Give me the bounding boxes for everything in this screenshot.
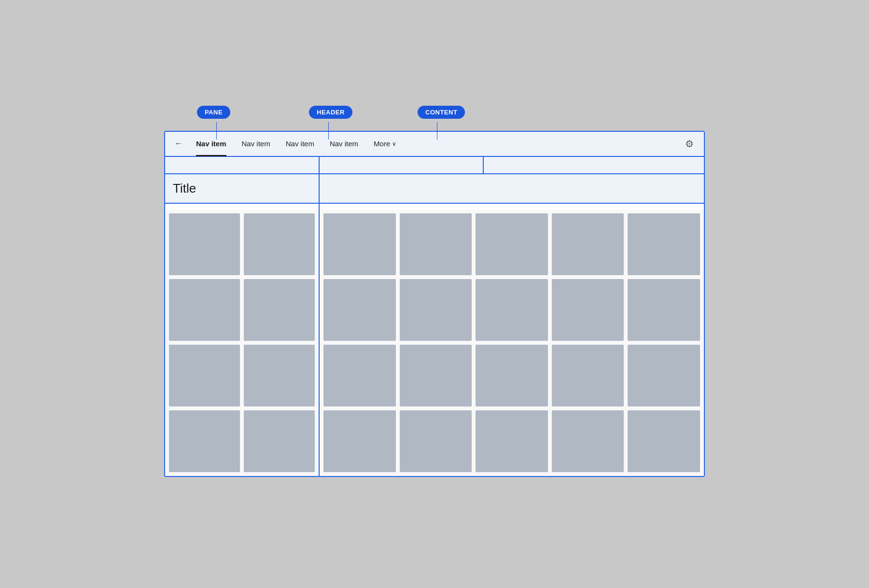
grid-cell xyxy=(552,410,624,472)
pane-cell xyxy=(169,345,240,406)
nav-item-more[interactable]: More ∨ xyxy=(366,131,404,156)
sub-header-pane xyxy=(165,157,320,173)
content-area xyxy=(165,210,704,476)
grid-cell xyxy=(552,345,624,406)
badge-header: HEADER xyxy=(309,106,352,119)
pane-cell xyxy=(244,345,315,406)
main-content xyxy=(320,210,704,476)
nav-item-1[interactable]: Nav item xyxy=(188,131,234,156)
divider-row xyxy=(165,204,704,210)
badge-content: CONTENT xyxy=(418,106,465,119)
chevron-down-icon: ∨ xyxy=(392,140,396,147)
divider-pane xyxy=(165,204,320,210)
nav-item-4[interactable]: Nav item xyxy=(322,131,366,156)
grid-cell xyxy=(628,279,700,341)
grid-cell xyxy=(323,410,396,472)
grid-cell xyxy=(476,213,548,275)
title-bar: Title xyxy=(165,174,704,204)
grid-cell xyxy=(552,279,624,341)
grid-cell xyxy=(400,279,472,341)
divider-rest xyxy=(320,204,704,210)
pane-grid xyxy=(165,210,319,476)
page-title: Title xyxy=(165,174,320,203)
nav-item-2[interactable]: Nav item xyxy=(234,131,278,156)
grid-cell xyxy=(628,410,700,472)
grid-cell xyxy=(323,279,396,341)
app-frame: ← Nav item Nav item Nav item Nav item Mo… xyxy=(164,131,705,477)
pane-cell xyxy=(169,410,240,472)
pane-cell xyxy=(244,279,315,341)
content-grid xyxy=(320,210,704,476)
grid-cell xyxy=(476,279,548,341)
grid-cell xyxy=(476,345,548,406)
grid-cell xyxy=(323,345,396,406)
nav-items-list: Nav item Nav item Nav item Nav item More… xyxy=(188,131,434,156)
pane-cell xyxy=(169,279,240,341)
grid-cell xyxy=(476,410,548,472)
grid-cell xyxy=(323,213,396,275)
grid-cell xyxy=(400,410,472,472)
title-content-area xyxy=(320,174,704,203)
sub-header-header xyxy=(320,157,484,173)
grid-cell xyxy=(400,345,472,406)
pane-cell xyxy=(244,213,315,275)
nav-item-3[interactable]: Nav item xyxy=(278,131,322,156)
back-button[interactable]: ← xyxy=(171,136,186,152)
app-container: PANE HEADER CONTENT ← Nav item Nav item … xyxy=(164,131,705,477)
pane-cell xyxy=(169,213,240,275)
pane-cell xyxy=(244,410,315,472)
grid-cell xyxy=(400,213,472,275)
sub-header-row xyxy=(165,157,704,174)
badge-pane: PANE xyxy=(197,106,230,119)
sub-header-content xyxy=(484,157,704,173)
grid-cell xyxy=(552,213,624,275)
navbar: ← Nav item Nav item Nav item Nav item Mo… xyxy=(165,132,704,157)
settings-button[interactable]: ⚙ xyxy=(681,135,698,153)
more-label: More xyxy=(374,140,390,148)
pane-column xyxy=(165,210,320,476)
grid-cell xyxy=(628,345,700,406)
grid-cell xyxy=(628,213,700,275)
connector-content-line xyxy=(437,122,437,140)
